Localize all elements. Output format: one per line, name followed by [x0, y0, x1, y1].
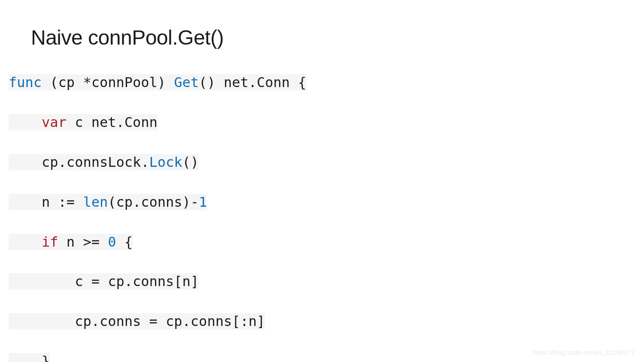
code-line: if n >= 0 { — [9, 232, 644, 252]
code-line: var c net.Conn — [9, 112, 644, 132]
watermark-text: https://blog.csdn.net/qq_32198277 — [533, 349, 635, 356]
code-line: c = cp.conns[n] — [9, 272, 644, 291]
code-line: cp.conns = cp.conns[:n] — [9, 311, 644, 331]
slide-title: Naive connPool.Get() — [0, 0, 644, 53]
code-line: cp.connsLock.Lock() — [9, 152, 644, 172]
code-line: func (cp *connPool) Get() net.Conn { — [9, 72, 644, 92]
code-block: func (cp *connPool) Get() net.Conn { var… — [0, 53, 644, 362]
code-line: n := len(cp.conns)-1 — [9, 192, 644, 212]
